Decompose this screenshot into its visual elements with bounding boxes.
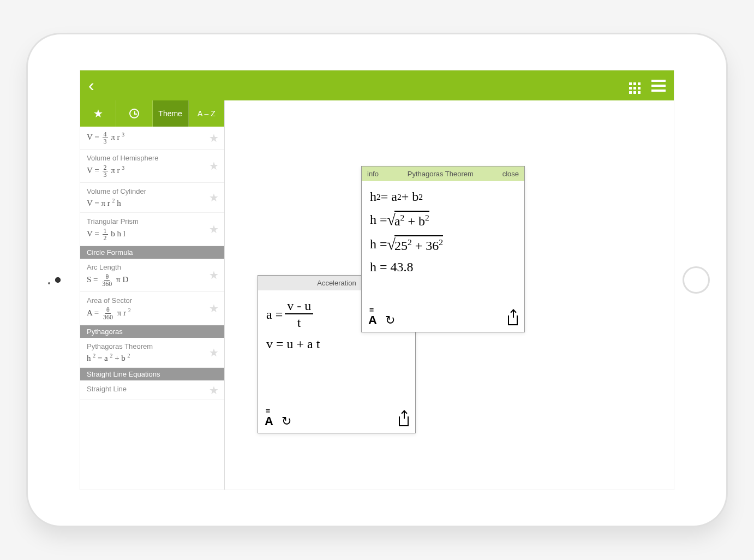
clock-icon xyxy=(129,109,139,118)
info-button[interactable]: info xyxy=(367,170,379,178)
formula-line: h = √a2 + b2 xyxy=(370,211,516,229)
formula-title: Straight Line xyxy=(87,385,218,393)
formula-item[interactable]: Arc LengthS = θ360 π D★ xyxy=(80,259,224,292)
formula-expression: V = π r 2 h xyxy=(87,198,218,208)
favorite-star-icon[interactable]: ★ xyxy=(209,223,219,236)
formula-item[interactable]: Triangular PrismV = 12 b h l★ xyxy=(80,213,224,246)
tab-recent[interactable] xyxy=(116,100,152,127)
star-icon: ★ xyxy=(93,107,103,120)
section-header: Straight Line Equations xyxy=(80,368,224,380)
tab-favorites[interactable]: ★ xyxy=(80,100,116,127)
app-header: ‹ xyxy=(80,70,674,100)
formula-expression: V = 43 π r 3 xyxy=(87,131,218,145)
formula-title: Volume of Hemisphere xyxy=(87,154,218,162)
reload-icon[interactable]: ↻ xyxy=(385,313,395,327)
variables-icon[interactable]: A xyxy=(265,414,273,428)
favorite-star-icon[interactable]: ★ xyxy=(209,269,219,282)
camera-lens xyxy=(55,277,61,283)
grid-icon[interactable] xyxy=(629,78,641,94)
formula-title: Arc Length xyxy=(87,263,218,271)
formula-item[interactable]: Volume of CylinderV = π r 2 h★ xyxy=(80,183,224,213)
formula-expression: h 2 = a 2 + b 2 xyxy=(87,353,218,363)
favorite-star-icon[interactable]: ★ xyxy=(209,302,219,315)
formula-line: h2 = a2 + b2 xyxy=(370,189,516,204)
formula-list: V = 43 π r 3★Volume of HemisphereV = 23 … xyxy=(80,127,224,400)
close-button[interactable]: close xyxy=(502,170,519,178)
reload-icon[interactable]: ↻ xyxy=(282,414,291,428)
home-button[interactable] xyxy=(683,266,710,294)
formula-item[interactable]: Area of SectorA = θ360 π r 2★ xyxy=(80,292,224,325)
share-icon[interactable] xyxy=(399,416,409,426)
formula-title: Pythagoras Theorem xyxy=(87,342,218,350)
share-icon[interactable] xyxy=(508,315,518,325)
formula-title: Area of Sector xyxy=(87,296,218,305)
formula-expression: V = 12 b h l xyxy=(87,228,218,241)
card-pythagoras[interactable]: info Pythagoras Theorem close h2 = a2 + … xyxy=(361,166,525,332)
favorite-star-icon[interactable]: ★ xyxy=(209,346,219,359)
card-title: Pythagoras Theorem xyxy=(379,170,502,178)
card-body: h2 = a2 + b2 h = √a2 + b2 h = √252 + 362… xyxy=(362,181,524,289)
formula-item[interactable]: Volume of HemisphereV = 23 π r 3★ xyxy=(80,150,224,183)
favorite-star-icon[interactable]: ★ xyxy=(209,132,219,145)
formula-line: v = u + a t xyxy=(266,337,407,352)
formula-title: Volume of Cylinder xyxy=(87,187,218,195)
ipad-frame: ‹ ★ Theme A – Z V = 43 π r 3★Volume of H… xyxy=(28,34,726,526)
section-header: Circle Formula xyxy=(80,246,224,259)
card-header: info Pythagoras Theorem close xyxy=(362,166,524,181)
tab-theme[interactable]: Theme xyxy=(153,100,189,127)
variables-icon[interactable]: A xyxy=(368,313,377,327)
formula-title: Triangular Prism xyxy=(87,217,218,225)
formula-item[interactable]: Straight Line★ xyxy=(80,380,224,400)
camera-sensor xyxy=(48,282,50,284)
sidebar: ★ Theme A – Z V = 43 π r 3★Volume of Hem… xyxy=(80,100,225,490)
formula-expression: V = 23 π r 3 xyxy=(87,164,218,178)
formula-expression: S = θ360 π D xyxy=(87,273,218,287)
formula-line: h = √252 + 362 xyxy=(370,235,516,253)
formula-item[interactable]: V = 43 π r 3★ xyxy=(80,127,224,150)
formula-expression: A = θ360 π r 2 xyxy=(87,307,218,320)
section-header: Pythagoras xyxy=(80,325,224,338)
favorite-star-icon[interactable]: ★ xyxy=(209,191,219,204)
menu-icon[interactable] xyxy=(651,80,666,92)
favorite-star-icon[interactable]: ★ xyxy=(209,384,219,397)
sidebar-tabs: ★ Theme A – Z xyxy=(80,100,224,127)
formula-line: h = 43.8 xyxy=(370,260,516,275)
back-button[interactable]: ‹ xyxy=(88,75,105,96)
tab-az[interactable]: A – Z xyxy=(189,100,224,127)
formula-item[interactable]: Pythagoras Theoremh 2 = a 2 + b 2★ xyxy=(80,338,224,368)
screen: ‹ ★ Theme A – Z V = 43 π r 3★Volume of H… xyxy=(80,70,674,490)
canvas[interactable]: Acceleration a = v - ut v = u + a t A ↻ xyxy=(225,100,674,490)
favorite-star-icon[interactable]: ★ xyxy=(209,159,219,172)
